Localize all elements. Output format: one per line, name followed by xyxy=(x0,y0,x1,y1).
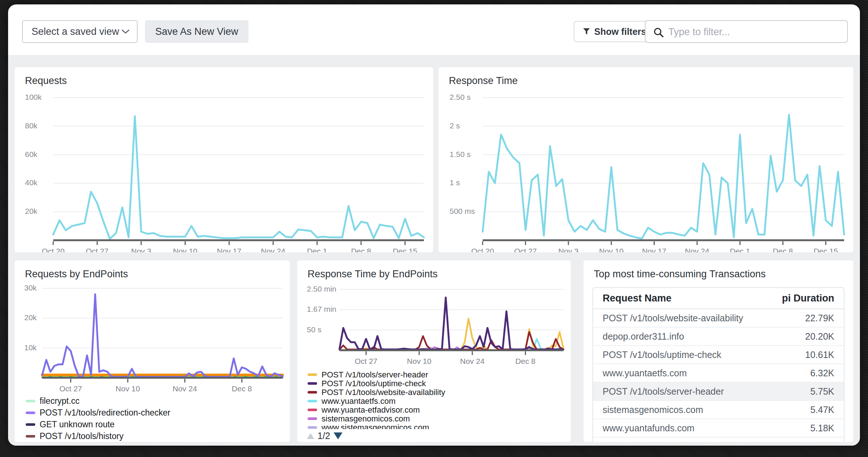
y-axis-label: 1.67 min xyxy=(307,305,337,314)
x-axis-label: Dec 8 xyxy=(351,247,371,252)
x-axis-label: Dec 1 xyxy=(730,247,750,252)
request-name-cell: sistemasgenomicos.com xyxy=(603,405,703,415)
x-axis-label: Dec 8 xyxy=(232,384,252,393)
table-row[interactable]: www.yuantafunds.com5.18K xyxy=(593,419,844,438)
legend-item[interactable]: POST /v1/tools/website-availability xyxy=(308,388,557,396)
dashboard-page: Select a saved view Save As New View Sho… xyxy=(8,4,860,446)
saved-view-select[interactable]: Select a saved view xyxy=(22,20,138,43)
table-row[interactable]: sistemasgenomicos.com5.47K xyxy=(593,401,844,419)
duration-cell: 22.79K xyxy=(805,313,834,323)
legend-item[interactable]: POST /v1/tools/redirection-checker xyxy=(26,408,170,418)
column-duration[interactable]: pi Duration xyxy=(782,293,835,304)
legend-label: POST /v1/tools/history xyxy=(40,431,123,441)
legend-item[interactable]: www.yuantaetfs.com xyxy=(308,397,557,405)
x-axis-label: Nov 10 xyxy=(599,247,624,252)
legend-swatch-icon xyxy=(26,400,35,402)
x-axis-label: Nov 10 xyxy=(116,384,140,393)
x-axis-label: Dec 8 xyxy=(773,247,793,252)
duration-cell: 10.61K xyxy=(805,350,834,360)
legend-label: www.yuantaetfs.com xyxy=(322,396,396,406)
legend-swatch-icon xyxy=(308,382,317,385)
table-row[interactable]: www.yuantaetfs.com6.32K xyxy=(593,364,844,383)
request-name-cell: POST /v1/tools/server-header xyxy=(603,386,724,397)
duration-cell: 5.18K xyxy=(810,423,834,434)
request-name-cell: POST /v1/tools/uptime-check xyxy=(603,350,721,360)
legend-swatch-icon xyxy=(26,412,35,414)
legend-item[interactable]: POST /v1/tools/server-header xyxy=(308,370,557,379)
legend-item[interactable]: filecrypt.cc xyxy=(26,396,80,406)
x-axis-label: Nov 24 xyxy=(261,247,286,252)
legend-item[interactable]: www.yuanta-etfadvisor.com xyxy=(308,406,557,414)
legend-item[interactable]: GET unknown route xyxy=(26,420,115,429)
x-axis-label: Nov 3 xyxy=(558,247,578,252)
legend-swatch-icon xyxy=(308,391,317,394)
request-name-cell: depop.order311.info xyxy=(603,331,684,342)
table-header: Request Name pi Duration xyxy=(593,288,844,309)
x-axis-label: Oct 20 xyxy=(471,247,494,252)
requests-by-endpoints-card: Requests by EndPoints 30k20k10kOct 27Nov… xyxy=(15,260,290,442)
legend-label: sistemasgenomicos.com xyxy=(322,414,410,424)
y-axis-label: 1 s xyxy=(450,178,460,187)
legend-swatch-icon xyxy=(308,400,317,402)
show-filters-button[interactable]: Show filters xyxy=(574,21,655,42)
response-time-by-endpoints-card: Response Time by EndPoints 2.50 min1.67 … xyxy=(297,260,571,442)
chart-plot xyxy=(339,289,563,355)
legend-label: www.sistemasgenomicos.com xyxy=(322,423,429,429)
legend-swatch-icon xyxy=(26,435,35,438)
y-axis-label: 10k xyxy=(24,343,37,352)
table-row[interactable]: POST /v1/tools/uptime-check10.61K xyxy=(593,346,844,364)
duration-cell: 5.75K xyxy=(810,386,834,397)
x-axis-label: Oct 27 xyxy=(514,247,537,252)
table-row[interactable]: www.sistemasgenomicos.com3.22K xyxy=(593,438,844,442)
transactions-card: Top most time-consuming Transactions Req… xyxy=(584,260,853,442)
legend-item[interactable]: POST /v1/tools/uptime-check xyxy=(308,379,557,388)
y-axis-label: 80k xyxy=(25,121,37,130)
x-axis-label: Oct 27 xyxy=(59,384,82,393)
y-axis-label: 2.50 min xyxy=(307,285,337,293)
table-row[interactable]: POST /v1/tools/website-availability22.79… xyxy=(593,309,844,328)
chart-plot xyxy=(53,98,424,245)
requests-chart: 100k80k60k40k20kOct 20Oct 27Nov 3Nov 10N… xyxy=(15,67,433,252)
x-axis-label: Nov 17 xyxy=(642,247,667,252)
triangle-down-icon[interactable] xyxy=(334,432,342,439)
duration-cell: 6.32K xyxy=(810,368,834,379)
x-axis-label: Nov 24 xyxy=(685,247,709,252)
y-axis-label: 1.50 s xyxy=(450,150,471,159)
legend-pagination: 1/2 xyxy=(307,431,342,441)
x-axis-label: Oct 27 xyxy=(355,357,377,366)
request-name-cell: POST /v1/tools/website-availability xyxy=(603,313,743,323)
legend-swatch-icon xyxy=(308,409,317,411)
legend-item[interactable]: POST /v1/tools/history xyxy=(26,431,123,441)
transactions-table: Request Name pi Duration POST /v1/tools/… xyxy=(592,287,845,442)
show-filters-label: Show filters xyxy=(594,26,646,37)
legend-label: www.yuanta-etfadvisor.com xyxy=(322,405,420,415)
duration-cell: 3.22K xyxy=(810,441,834,442)
legend-item[interactable]: sistemasgenomicos.com xyxy=(308,414,557,423)
y-axis-label: 60k xyxy=(25,150,37,159)
legend-label: POST /v1/tools/website-availability xyxy=(322,388,445,397)
chart-plot xyxy=(42,288,283,383)
filter-search-input[interactable] xyxy=(668,21,845,43)
save-as-new-view-button[interactable]: Save As New View xyxy=(145,20,248,43)
y-axis-label: 40k xyxy=(25,178,37,187)
request-name-cell: www.yuantaetfs.com xyxy=(603,368,687,379)
table-row[interactable]: POST /v1/tools/server-header5.75K xyxy=(593,383,844,401)
page-indicator: 1/2 xyxy=(317,431,330,441)
duration-cell: 5.47K xyxy=(810,405,834,415)
triangle-up-icon[interactable] xyxy=(307,433,314,439)
legend-label: filecrypt.cc xyxy=(40,396,80,406)
y-axis-label: 20k xyxy=(25,207,37,216)
table-row[interactable]: depop.order311.info20.20K xyxy=(593,328,844,346)
legend-swatch-icon xyxy=(308,373,317,376)
y-axis-label: 20k xyxy=(24,313,37,322)
response-endpoints-legend: POST /v1/tools/server-headerPOST /v1/too… xyxy=(308,370,557,429)
x-axis-label: Dec 15 xyxy=(393,247,417,252)
legend-label: POST /v1/tools/uptime-check xyxy=(322,379,426,388)
x-axis-label: Dec 1 xyxy=(307,247,327,252)
legend-item[interactable]: www.sistemasgenomicos.com xyxy=(308,423,557,429)
funnel-icon xyxy=(582,28,591,36)
x-axis-label: Nov 10 xyxy=(173,247,197,252)
legend-swatch-icon xyxy=(308,426,317,429)
y-axis-label: 100k xyxy=(25,93,42,102)
duration-cell: 20.20K xyxy=(805,331,834,342)
